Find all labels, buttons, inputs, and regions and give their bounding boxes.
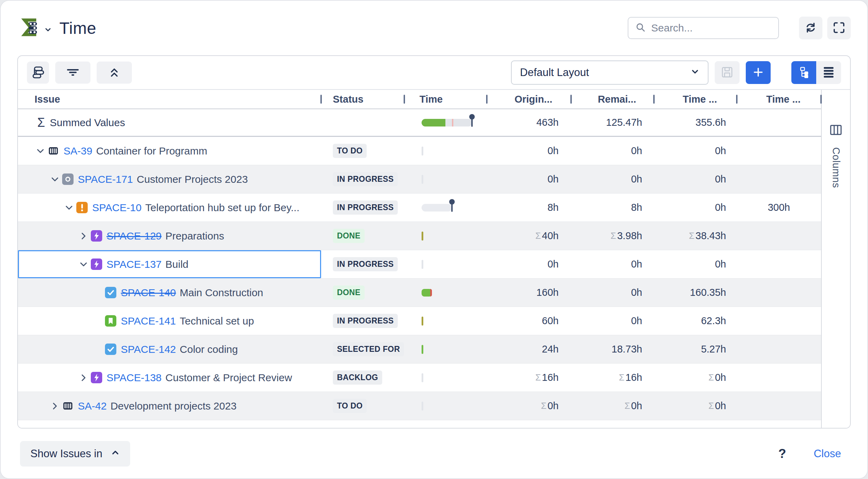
issue-row-space-140[interactable]: SPACE-140Main ConstructionDONE160h0h160.… [18,279,821,307]
time-tracking-window: Time [0,0,868,479]
columns-panel-toggle[interactable]: Columns [821,90,850,428]
time-progress-sliver [422,175,423,184]
chevron-down-icon[interactable] [36,147,48,156]
issue-row-space-137[interactable]: SPACE-137BuildIN PROGRESS0h0h0h [18,250,821,279]
time-bar-cell [404,250,487,278]
layout-selector[interactable]: Default Layout [511,60,708,85]
remaining-estimate-value: Σ3.98h [571,222,654,250]
chevron-down-icon[interactable] [50,175,62,184]
status-badge: SELECTED FOR [333,342,404,356]
structure-logo-icon [20,17,40,39]
status-cell: SELECTED FOR [321,335,404,363]
project-issue-type-icon [62,173,74,185]
issue-key-link[interactable]: SPACE-129 [107,230,162,242]
logo-chevron-down-icon[interactable] [44,26,52,35]
add-item-button[interactable] [746,61,771,84]
filter-button[interactable] [55,62,90,84]
column-resize-handle[interactable] [820,95,822,104]
app-header: Time [1,1,867,55]
issue-key-link[interactable]: SA-39 [64,145,92,157]
tree-view-button[interactable] [791,61,816,84]
issue-summary: Main Construction [180,287,263,299]
issue-summary: Development projects 2023 [110,400,237,412]
time-extra-value [737,279,821,307]
time-spent-value: Σ38.43h [654,222,737,250]
time-progress-bar [422,289,432,297]
issue-row-space-138[interactable]: SPACE-138Customer & Project ReviewBACKLO… [18,364,821,392]
issue-key-link[interactable]: SA-42 [78,400,107,412]
time-extra-value [737,222,821,250]
original-estimate-value: 60h [487,307,571,335]
time-progress-bar [422,119,472,126]
toolbar-right: Default Layout [511,60,841,85]
sum-sigma-prefix: Σ [689,231,694,241]
issue-row-sa-39[interactable]: SA-39Container for ProgrammTO DO0h0h0h [18,137,821,165]
issue-key-link[interactable]: SPACE-140 [121,287,176,299]
time-bar-cell [404,165,487,193]
chevron-right-icon[interactable] [50,402,62,411]
search-box[interactable] [628,17,779,39]
status-cell: TO DO [321,137,404,165]
search-input[interactable] [651,22,771,34]
original-estimate-value: 160h [487,279,571,307]
refresh-button[interactable] [799,17,822,39]
time-bar-cell [404,137,487,165]
status-badge: TO DO [333,399,367,413]
original-estimate-value: 0h [487,250,571,278]
toolbar: Default Layout [18,56,850,90]
issue-row-space-129[interactable]: SPACE-129PreparationsDONEΣ40hΣ3.98hΣ38.4… [18,222,821,250]
status-cell: IN PROGRESS [321,250,404,278]
issue-row-space-142[interactable]: SPACE-142Color codingSELECTED FOR24h18.7… [18,335,821,364]
issue-key-link[interactable]: SPACE-137 [107,259,162,270]
close-button[interactable]: Close [814,448,841,460]
chevron-right-icon[interactable] [79,373,91,382]
issue-row-space-141[interactable]: SPACE-141Technical set upIN PROGRESS60h0… [18,307,821,335]
help-button[interactable]: ? [778,447,786,461]
summary-time-extra [737,109,821,136]
toolbar-left [27,62,132,84]
time-bar-cell [404,392,487,420]
show-issues-in-button[interactable]: Show Issues in [20,441,130,467]
sum-sigma-prefix: Σ [708,401,714,411]
issue-row-space-10[interactable]: SPACE-10Teleportation hub set up for Bey… [18,194,821,222]
time-spent-value: 0h [654,194,737,222]
time-spent-value: 0h [654,250,737,278]
chevron-down-icon[interactable] [65,203,76,212]
columns-grid-icon [830,124,842,137]
header-actions [628,17,851,39]
columns-panel-label: Columns [830,147,842,188]
issue-key-link[interactable]: SPACE-138 [107,372,162,384]
issue-row-space-171[interactable]: SPACE-171Customer Projects 2023IN PROGRE… [18,165,821,194]
original-estimate-value: 0h [487,165,571,193]
issue-rows: SA-39Container for ProgrammTO DO0h0h0hSP… [18,137,821,420]
original-estimate-value: 24h [487,335,571,363]
summary-remaining-estimate: 125.47h [571,109,654,136]
refresh-icon [804,21,817,35]
issue-row-sa-42[interactable]: SA-42Development projects 2023TO DOΣ0hΣ0… [18,392,821,420]
save-layout-button[interactable] [715,61,740,84]
issue-key-link[interactable]: SPACE-10 [92,202,142,214]
brand[interactable]: Time [20,17,96,39]
chevron-right-icon[interactable] [79,232,91,241]
flat-list-view-button[interactable] [816,61,841,84]
summed-values-row: Σ Summed Values 463h 125.47h 355.6h [18,109,821,137]
issue-key-link[interactable]: SPACE-171 [78,173,133,185]
list-lines-icon [822,65,835,80]
time-bar-cell [404,364,487,392]
fullscreen-button[interactable] [827,17,851,39]
status-badge: IN PROGRESS [333,257,398,271]
chevron-down-icon[interactable] [79,260,91,269]
grid-header: Issue Status Time Origin... Remai... Tim… [18,90,821,109]
issue-cell: SPACE-129Preparations [18,222,321,250]
summary-time-spent: 355.6h [654,109,737,136]
time-spent-value: 0h [654,137,737,165]
time-progress-sliver [422,232,423,241]
group-rows-icon [31,65,45,81]
remaining-estimate-value: 0h [571,279,654,307]
issue-key-link[interactable]: SPACE-141 [121,315,176,327]
remaining-estimate-value: Σ16h [571,364,654,392]
issue-key-link[interactable]: SPACE-142 [121,344,176,355]
group-by-button[interactable] [27,62,49,84]
collapse-all-button[interactable] [97,62,132,84]
original-estimate-value: 8h [487,194,571,222]
